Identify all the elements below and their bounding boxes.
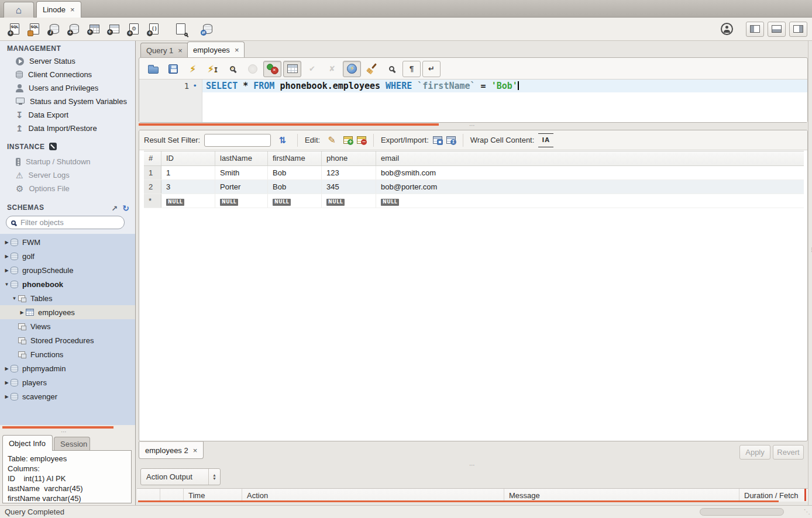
collapsed-expander-icon[interactable] xyxy=(3,268,11,273)
expanded-expander-icon[interactable] xyxy=(3,282,11,287)
edit-record-icon[interactable] xyxy=(324,133,339,147)
result-cell[interactable]: bob@smith.com xyxy=(376,166,804,179)
row-number-cell[interactable]: * xyxy=(144,194,161,208)
toggle-output-panel-button[interactable] xyxy=(768,22,786,37)
sidebar-item-data-export[interactable]: Data Export xyxy=(0,108,135,122)
create-view-button[interactable] xyxy=(104,20,124,38)
column-header-phone[interactable]: phone xyxy=(322,151,376,165)
search-table-data-button[interactable] xyxy=(171,20,191,38)
sql-editor[interactable]: 1 • SELECT * FROM phonebook.employees WH… xyxy=(139,79,807,122)
result-cell[interactable]: Bob xyxy=(268,166,322,179)
find-button[interactable] xyxy=(383,61,401,77)
close-icon[interactable]: × xyxy=(193,446,198,455)
result-cell[interactable]: 1 xyxy=(161,166,215,179)
create-procedure-button[interactable] xyxy=(124,20,144,38)
open-script-button[interactable] xyxy=(144,61,162,77)
import-records-icon[interactable]: ↥ xyxy=(446,136,456,144)
tree-item-scavenger[interactable]: scavenger xyxy=(0,389,135,403)
result-cell[interactable]: Bob xyxy=(268,180,322,194)
output-column-time[interactable]: Time xyxy=(184,489,242,502)
new-query-tab-button[interactable] xyxy=(5,20,25,38)
explain-button[interactable] xyxy=(223,61,242,77)
tree-item-players[interactable]: players xyxy=(0,375,135,389)
sidebar-item-users-and-privileges[interactable]: Users and Privileges xyxy=(0,81,135,95)
collapsed-expander-icon[interactable] xyxy=(3,254,11,259)
collapsed-expander-icon[interactable] xyxy=(3,240,11,245)
output-column-message[interactable]: Message xyxy=(504,489,739,502)
execute-button[interactable]: ⚡ xyxy=(184,61,202,77)
apply-button[interactable]: Apply xyxy=(739,445,770,460)
tab-object-info[interactable]: Object Info xyxy=(2,435,53,451)
output-splitter-handle[interactable]: ⋯ xyxy=(469,462,476,468)
result-cell[interactable]: bob@porter.com xyxy=(376,180,804,194)
refresh-schemas-icon[interactable] xyxy=(122,203,129,213)
tree-item-golf[interactable]: golf xyxy=(0,249,135,263)
collapsed-expander-icon[interactable] xyxy=(18,310,26,315)
row-number-cell[interactable]: 2 xyxy=(144,180,161,194)
result-cell[interactable]: NULL xyxy=(268,194,322,208)
output-column-icon[interactable] xyxy=(160,489,184,502)
word-wrap-button[interactable]: ↵ xyxy=(422,61,441,77)
collapsed-expander-icon[interactable] xyxy=(3,366,11,371)
tab-session[interactable]: Session xyxy=(54,437,90,451)
result-cell[interactable]: Smith xyxy=(215,166,268,179)
result-filter-input[interactable] xyxy=(204,134,271,147)
reconnect-dbms-button[interactable] xyxy=(198,20,218,38)
output-column-action[interactable]: Action xyxy=(242,489,504,502)
tree-item-functions[interactable]: Functions xyxy=(0,347,135,361)
result-cell[interactable]: 345 xyxy=(322,180,376,194)
code-area[interactable]: SELECT * FROM phonebook.employees WHERE … xyxy=(202,80,807,122)
column-header-id[interactable]: ID xyxy=(161,151,215,165)
result-cell[interactable]: 123 xyxy=(322,166,376,179)
delete-row-icon[interactable]: − xyxy=(357,136,366,144)
wrap-cell-icon[interactable] xyxy=(538,133,553,147)
output-column-duration-fetch[interactable]: Duration / Fetch xyxy=(739,489,808,502)
column-header-firstname[interactable]: firstName xyxy=(268,151,322,165)
sidebar-item-client-connections[interactable]: Client Connections xyxy=(0,68,135,81)
horizontal-scrollbar-thumb[interactable] xyxy=(700,508,784,516)
home-tab[interactable]: ⌂ xyxy=(4,2,34,18)
autocommit-button[interactable] xyxy=(343,61,361,77)
inspect-database-button[interactable] xyxy=(44,20,64,38)
row-number-cell[interactable]: 1 xyxy=(144,166,161,179)
invisible-chars-button[interactable]: ¶ xyxy=(402,61,421,77)
save-script-button[interactable] xyxy=(164,61,182,77)
connection-tab-linode[interactable]: Linode × xyxy=(36,1,81,18)
close-icon[interactable]: × xyxy=(70,5,75,14)
collapsed-expander-icon[interactable] xyxy=(3,394,11,399)
result-cell[interactable]: Porter xyxy=(215,180,268,194)
tree-item-stored-procedures[interactable]: Stored Procedures xyxy=(0,333,135,347)
column-header-email[interactable]: email xyxy=(376,151,804,165)
insert-row-icon[interactable]: + xyxy=(343,136,353,144)
editor-result-splitter-handle[interactable]: ⋯ xyxy=(469,122,476,129)
result-cell[interactable]: 3 xyxy=(161,180,215,194)
result-set-tab[interactable]: employees 2 × xyxy=(139,441,204,459)
sidebar-item-data-import-restore[interactable]: Data Import/Restore xyxy=(0,122,135,135)
tree-item-phonebook[interactable]: phonebook xyxy=(0,277,135,291)
close-icon[interactable]: × xyxy=(235,46,239,54)
limit-rows-button[interactable] xyxy=(283,61,301,77)
schema-filter-input[interactable] xyxy=(19,217,107,227)
sidebar-item-startup-shutdown[interactable]: Startup / Shutdown xyxy=(0,155,135,168)
result-cell[interactable]: NULL xyxy=(322,194,376,208)
tree-item-employees[interactable]: employees xyxy=(0,305,135,319)
tree-item-groupschedule[interactable]: groupSchedule xyxy=(0,263,135,277)
editor-tab-employees[interactable]: employees× xyxy=(187,42,245,57)
sidebar-item-server-status[interactable]: Server Status xyxy=(0,54,135,68)
output-column-icon[interactable] xyxy=(137,489,160,502)
collapsed-expander-icon[interactable] xyxy=(3,380,11,385)
result-cell[interactable]: NULL xyxy=(215,194,268,208)
secondary-sidebar-splitter[interactable]: ⋮ xyxy=(808,41,812,505)
beautify-button[interactable] xyxy=(363,61,381,77)
column-header-lastname[interactable]: lastName xyxy=(215,151,268,165)
tree-item-views[interactable]: Views xyxy=(0,319,135,333)
sidebar-item-server-logs[interactable]: Server Logs xyxy=(0,168,135,182)
tree-item-fwm[interactable]: FWM xyxy=(0,235,135,249)
create-schema-button[interactable] xyxy=(64,20,84,38)
output-selector[interactable]: Action Output ▲▼ xyxy=(140,468,221,485)
expand-schemas-icon[interactable] xyxy=(111,204,118,213)
sidebar-item-options-file[interactable]: Options File xyxy=(0,182,135,195)
create-function-button[interactable] xyxy=(144,20,164,38)
result-cell[interactable]: NULL xyxy=(376,194,804,208)
stop-on-error-button[interactable] xyxy=(263,61,281,77)
